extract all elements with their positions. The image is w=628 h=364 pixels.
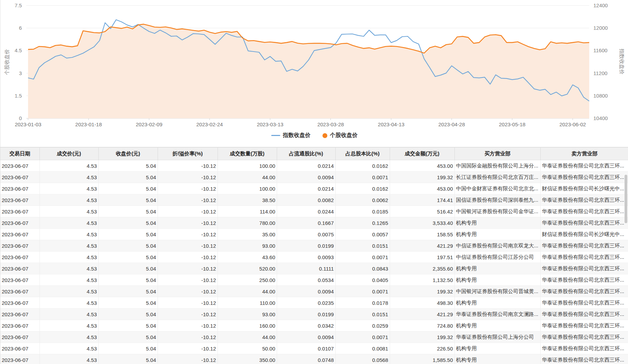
x-axis-tick: 2023-03-28: [317, 121, 344, 127]
cell-volume: 250.00: [218, 274, 277, 286]
cell-amount: 158.55: [390, 229, 454, 240]
cell-seller: 华泰证券股份有限公司北京西三环...: [540, 274, 628, 286]
cell-premium: -10.12: [158, 331, 218, 343]
cell-total: 0.0259: [335, 320, 390, 331]
column-header: 成交数量(万股): [218, 147, 277, 160]
column-header: 交易日期: [0, 147, 39, 160]
cell-close: 5.04: [98, 343, 158, 354]
cell-volume: 160.00: [218, 320, 277, 331]
column-header: 收盘价(元): [98, 147, 158, 160]
x-axis-tick: 2023-06-02: [559, 121, 586, 127]
cell-seller: 财信证券股份有限公司长沙曙光中...: [540, 229, 628, 240]
cell-volume: 35.00: [218, 229, 277, 240]
cell-close: 5.04: [98, 252, 158, 263]
cell-buyer: 华泰证券股份有限公司上海分公司: [454, 331, 540, 343]
cell-amount: 174.41: [390, 194, 454, 206]
right-axis-title: 指数收盘价: [619, 49, 625, 75]
cell-volume: 780.00: [218, 217, 277, 229]
cell-date: 2023-06-07: [0, 354, 39, 364]
cell-seller: 华泰证券股份有限公司北京西三环...: [540, 160, 628, 172]
table-row: 2023-06-074.535.04-10.1244.000.00940.007…: [0, 286, 628, 297]
cell-date: 2023-06-07: [0, 229, 39, 240]
cell-price: 4.53: [39, 240, 98, 252]
cell-premium: -10.12: [158, 320, 218, 331]
cell-total: 0.0071: [335, 286, 390, 297]
cell-premium: -10.12: [158, 263, 218, 274]
cell-close: 5.04: [98, 263, 158, 274]
left-axis-tick: 1.5: [15, 93, 22, 99]
cell-buyer: 机构专用: [454, 354, 540, 364]
cell-amount: 197.51: [390, 252, 454, 263]
cell-price: 4.53: [39, 183, 98, 194]
cell-volume: 114.00: [218, 206, 277, 217]
table-row: 2023-06-074.535.04-10.1293.000.01990.015…: [0, 309, 628, 320]
table-row: 2023-06-074.535.04-10.12110.000.02350.01…: [0, 297, 628, 309]
cell-premium: -10.12: [158, 274, 218, 286]
cell-buyer: 机构专用: [454, 297, 540, 309]
cell-seller: 财信证券股份有限公司长沙曙光中...: [540, 183, 628, 194]
cell-total: 0.0843: [335, 263, 390, 274]
cell-amount: 453.00: [390, 183, 454, 194]
cell-buyer: 中信证券股份有限公司江苏分公司: [454, 252, 540, 263]
cell-circ: 0.0093: [277, 252, 335, 263]
cell-premium: -10.12: [158, 286, 218, 297]
cell-seller: 华泰证券股份有限公司北京西三环...: [540, 309, 628, 320]
cell-seller: 华泰证券股份有限公司北京西三环...: [540, 172, 628, 183]
cell-amount: 498.30: [390, 297, 454, 309]
cell-volume: 44.00: [218, 331, 277, 343]
cell-price: 4.53: [39, 309, 98, 320]
cell-date: 2023-06-07: [0, 263, 39, 274]
column-header: 折/溢价率(%): [158, 147, 218, 160]
legend-item-stock[interactable]: 个股收盘价: [322, 132, 358, 139]
cell-circ: 0.1667: [277, 217, 335, 229]
cell-premium: -10.12: [158, 354, 218, 364]
cell-buyer: 中国国际金融股份有限公司上海分...: [454, 160, 540, 172]
cell-close: 5.04: [98, 274, 158, 286]
cell-date: 2023-06-07: [0, 320, 39, 331]
cell-total: 0.0057: [335, 229, 390, 240]
table-row: 2023-06-074.535.04-10.12780.000.16670.12…: [0, 217, 628, 229]
table-row: 2023-06-074.535.04-10.12160.000.03420.02…: [0, 320, 628, 331]
cell-amount: 2,355.60: [390, 263, 454, 274]
cell-date: 2023-06-07: [0, 343, 39, 354]
cell-circ: 0.0214: [277, 183, 335, 194]
cell-volume: 100.00: [218, 160, 277, 172]
right-axis-tick: 10400: [593, 115, 608, 121]
cell-close: 5.04: [98, 183, 158, 194]
cell-seller: 华泰证券股份有限公司北京西三环...: [540, 263, 628, 274]
cell-circ: 0.1111: [277, 263, 335, 274]
cell-price: 4.53: [39, 206, 98, 217]
cell-circ: 0.0094: [277, 172, 335, 183]
table-row: 2023-06-074.535.04-10.12250.000.05340.04…: [0, 274, 628, 286]
table-row: 2023-06-074.535.04-10.1238.500.00820.006…: [0, 194, 628, 206]
cell-amount: 1,585.50: [390, 354, 454, 364]
cell-date: 2023-06-07: [0, 172, 39, 183]
cell-amount: 199.32: [390, 331, 454, 343]
cell-date: 2023-06-07: [0, 160, 39, 172]
cell-circ: 0.0094: [277, 331, 335, 343]
cell-amount: 1,132.50: [390, 274, 454, 286]
cell-buyer: 机构专用: [454, 217, 540, 229]
block-trades-table: 交易日期成交价(元)收盘价(元)折/溢价率(%)成交数量(万股)占流通股比(%)…: [0, 147, 628, 364]
cell-close: 5.04: [98, 206, 158, 217]
cell-volume: 38.50: [218, 194, 277, 206]
cell-total: 0.0151: [335, 240, 390, 252]
cell-amount: 516.42: [390, 206, 454, 217]
cell-amount: 199.32: [390, 286, 454, 297]
cell-circ: 0.0342: [277, 320, 335, 331]
cell-close: 5.04: [98, 309, 158, 320]
column-header: 卖方营业部: [540, 147, 628, 160]
cell-total: 0.0081: [335, 343, 390, 354]
cell-volume: 44.00: [218, 286, 277, 297]
cell-circ: 0.0094: [277, 286, 335, 297]
legend-item-index[interactable]: 指数收盘价: [271, 132, 311, 139]
left-axis-tick: 3: [19, 70, 22, 76]
cell-premium: -10.12: [158, 309, 218, 320]
vertical-scrollbar-thumb[interactable]: [625, 175, 627, 223]
cell-buyer: 机构专用: [454, 343, 540, 354]
cell-date: 2023-06-07: [0, 252, 39, 263]
cell-circ: 0.0244: [277, 206, 335, 217]
cell-total: 0.1265: [335, 217, 390, 229]
cell-price: 4.53: [39, 252, 98, 263]
cell-seller: 华泰证券股份有限公司北京西三环...: [540, 331, 628, 343]
